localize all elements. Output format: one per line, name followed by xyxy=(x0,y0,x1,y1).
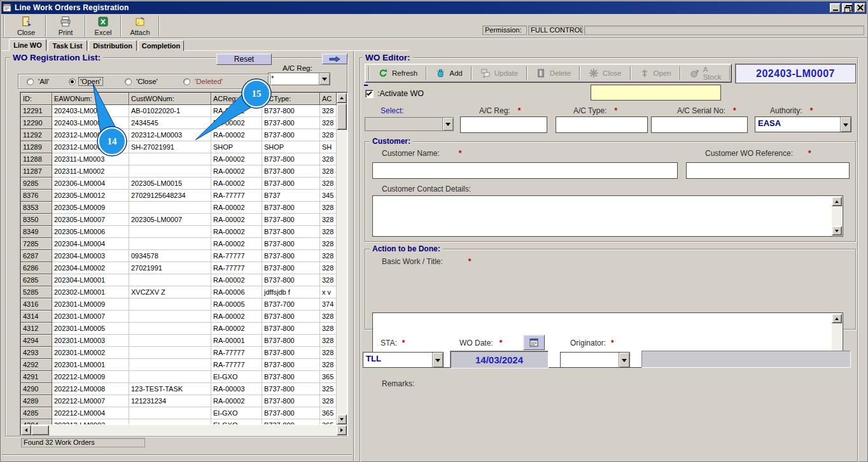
table-cell[interactable]: 374 xyxy=(320,298,337,311)
radio-open-circle[interactable] xyxy=(69,78,76,85)
table-cell[interactable]: RA-00002 xyxy=(211,395,262,407)
table-cell[interactable]: 328 xyxy=(320,178,337,190)
row-id-cell[interactable]: 5285 xyxy=(21,286,52,298)
table-row[interactable]: 11289202312-LM0002SH-27021991SHOPSHOPSH xyxy=(21,141,337,153)
table-cell[interactable] xyxy=(129,274,211,286)
table-cell[interactable]: EI-GXO xyxy=(211,407,262,419)
table-cell[interactable]: 202212-LM0003 xyxy=(52,419,129,424)
table-cell[interactable]: 328 xyxy=(320,226,337,238)
radio-all-circle[interactable] xyxy=(27,78,34,85)
table-cell[interactable]: RA-00002 xyxy=(211,178,262,190)
table-cell[interactable] xyxy=(129,359,211,371)
table-cell[interactable]: jdffsjdb f xyxy=(262,286,320,298)
table-cell[interactable]: 328 xyxy=(320,129,337,141)
table-cell[interactable]: RA-00002 xyxy=(211,165,262,178)
ac-serial-input[interactable] xyxy=(651,116,748,133)
table-cell[interactable]: RA-00002 xyxy=(211,226,262,238)
row-id-cell[interactable]: 9285 xyxy=(21,178,52,190)
table-cell[interactable]: B737-800 xyxy=(262,419,320,424)
table-cell[interactable]: 202304-LM0002 xyxy=(52,262,129,274)
wo-grid-scroll-area[interactable]: ID:EAWONum:CustWONum:ACReg:ACType:AC 122… xyxy=(21,93,337,424)
dropdown-button[interactable] xyxy=(619,353,629,367)
originator-combo[interactable] xyxy=(560,352,630,368)
table-row[interactable]: 4289202212-LM0007121231234RA-00002B737-8… xyxy=(21,395,337,407)
table-row[interactable]: 4285202212-LM0004EI-GXOB737-800365 xyxy=(21,407,337,419)
table-cell[interactable]: 202304-LM0001 xyxy=(52,274,129,286)
table-cell[interactable]: 202403-LM0001 xyxy=(52,117,129,129)
table-row[interactable]: 8350202305-LM0007202305-LM0007RA-00002B7… xyxy=(21,214,337,226)
excel-button[interactable]: Excel xyxy=(87,15,120,38)
table-cell[interactable]: 202301-LM0005 xyxy=(52,323,129,335)
table-cell[interactable] xyxy=(129,238,211,250)
print-button[interactable]: Print xyxy=(48,15,83,38)
table-cell[interactable]: 345 xyxy=(320,190,337,202)
row-id-cell[interactable]: 4284 xyxy=(21,419,52,424)
table-cell[interactable]: B737-700 xyxy=(262,298,320,311)
table-cell[interactable] xyxy=(129,407,211,419)
attach-button[interactable]: Attach xyxy=(122,15,158,38)
table-cell[interactable]: XVCZXV Z xyxy=(129,286,211,298)
table-cell[interactable]: 123-TEST-TASK xyxy=(129,383,211,395)
table-cell[interactable]: 202212-LM0008 xyxy=(52,383,129,395)
table-cell[interactable]: 202301-LM0001 xyxy=(52,359,129,371)
close-window-button[interactable] xyxy=(855,3,865,13)
row-id-cell[interactable]: 4293 xyxy=(21,347,52,359)
table-cell[interactable]: SH xyxy=(320,141,337,153)
radio-deleted[interactable]: 'Deleted' xyxy=(183,78,224,85)
row-id-cell[interactable]: 12290 xyxy=(21,117,52,129)
table-row[interactable]: 7285202304-LM0004RA-00002B737-800328 xyxy=(21,238,337,250)
table-cell[interactable]: RA-77777 xyxy=(211,250,262,262)
row-id-cell[interactable]: 4314 xyxy=(21,311,52,323)
table-cell[interactable] xyxy=(129,323,211,335)
add-wo-button[interactable]: Add xyxy=(428,66,469,81)
table-cell[interactable]: B737 xyxy=(262,190,320,202)
table-cell[interactable]: 202301-LM0002 xyxy=(52,347,129,359)
row-id-cell[interactable]: 6286 xyxy=(21,262,52,274)
row-id-cell[interactable]: 6287 xyxy=(21,250,52,262)
table-row[interactable]: 4291202212-LM0009EI-GXOB737-800365 xyxy=(21,371,337,383)
table-row[interactable]: 4316202301-LM0009RA-00005B737-700374 xyxy=(21,298,337,311)
radio-all[interactable]: 'All' xyxy=(27,78,50,85)
scrollbar-thumb[interactable] xyxy=(337,103,347,130)
table-cell[interactable]: 202212-LM0007 xyxy=(52,395,129,407)
row-id-cell[interactable]: 4292 xyxy=(21,359,52,371)
dropdown-button[interactable] xyxy=(840,117,851,132)
table-cell[interactable] xyxy=(129,153,211,165)
table-cell[interactable]: 202212-LM0004 xyxy=(52,407,129,419)
table-cell[interactable]: 365 xyxy=(320,407,337,419)
table-cell[interactable]: B737-800 xyxy=(262,359,320,371)
table-cell[interactable] xyxy=(129,298,211,311)
quick-entry-field[interactable] xyxy=(591,85,721,101)
table-cell[interactable]: RA-00002 xyxy=(211,311,262,323)
table-cell[interactable]: RA-00002 xyxy=(211,202,262,214)
table-cell[interactable]: 202304-LM0003 xyxy=(52,250,129,262)
table-row[interactable]: 8349202305-LM0006RA-00002B737-800328 xyxy=(21,226,337,238)
column-header[interactable]: CustWONum: xyxy=(129,93,211,105)
table-cell[interactable]: 328 xyxy=(320,214,337,226)
table-row[interactable]: 6286202304-LM000227021991RA-77777B737-80… xyxy=(21,262,337,274)
customer-contact-textarea[interactable] xyxy=(372,195,843,237)
ac-reg-input[interactable] xyxy=(460,116,547,133)
row-id-cell[interactable]: 8350 xyxy=(21,214,52,226)
dropdown-button[interactable] xyxy=(319,73,330,85)
table-cell[interactable]: 27021991 xyxy=(129,262,211,274)
table-cell[interactable]: RA-00002 xyxy=(211,238,262,250)
table-cell[interactable]: RA-00006 xyxy=(211,286,262,298)
row-id-cell[interactable]: 4312 xyxy=(21,323,52,335)
row-id-cell[interactable]: 8376 xyxy=(21,190,52,202)
radio-close[interactable]: 'Close' xyxy=(125,78,159,85)
column-header[interactable]: ID: xyxy=(21,93,52,105)
scroll-down-button[interactable] xyxy=(832,226,842,235)
table-cell[interactable]: 328 xyxy=(320,262,337,274)
row-id-cell[interactable]: 4289 xyxy=(21,395,52,407)
table-cell[interactable]: RA-00002 xyxy=(211,117,262,129)
table-cell[interactable]: 325 xyxy=(320,383,337,395)
row-id-cell[interactable]: 8349 xyxy=(21,226,52,238)
table-cell[interactable]: 27029125648234 xyxy=(129,190,211,202)
table-cell[interactable]: SHOP xyxy=(262,141,320,153)
table-cell[interactable] xyxy=(129,202,211,214)
row-id-cell[interactable]: 12291 xyxy=(21,105,52,117)
dropdown-button[interactable] xyxy=(432,353,443,367)
scroll-up-button[interactable] xyxy=(832,314,842,323)
table-cell[interactable]: 202305-LM0009 xyxy=(52,202,129,214)
